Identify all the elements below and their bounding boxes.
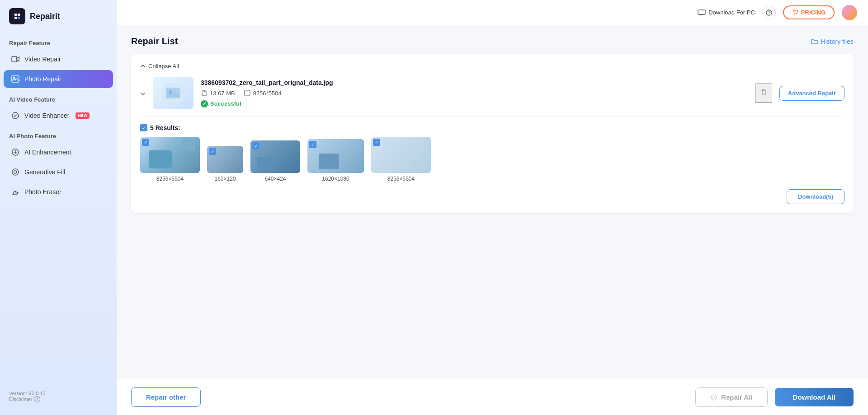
thumbnail-wrap-4[interactable]: ✓ (307, 139, 364, 173)
collapse-all-label: Collapse All (148, 63, 179, 70)
app-name: Repairit (30, 12, 60, 21)
video-repair-icon (11, 55, 20, 64)
sidebar-item-photo-repair[interactable]: Photo Repair (4, 70, 113, 88)
svg-rect-12 (698, 10, 705, 14)
thumb-checkbox-2[interactable]: ✓ (209, 148, 216, 155)
thumbnail-item-1: ✓ 8256×5504 (140, 137, 200, 182)
svg-rect-0 (13, 12, 21, 20)
file-info: 3386093702_zero_tail_part_orignal_data.j… (201, 79, 748, 107)
repair-card: Collapse All 3386093702_zero_tail_part (131, 54, 854, 213)
image-placeholder-icon (163, 83, 183, 103)
history-files-label: History files (821, 38, 854, 45)
file-dimensions: 8256*5504 (253, 90, 282, 97)
svg-point-16 (797, 14, 797, 15)
folder-icon (811, 38, 818, 45)
download-for-pc-link[interactable]: Download For PC (698, 9, 755, 16)
sidebar: Repairit Repair Feature Video Repair Pho… (0, 0, 117, 415)
svg-rect-20 (245, 90, 250, 96)
ai-photo-feature-label: AI Photo Feature (0, 126, 117, 142)
download-pc-label: Download For PC (708, 9, 755, 16)
trash-icon (760, 88, 768, 96)
history-files-link[interactable]: History files (811, 38, 854, 45)
thumb-label-3: 640×424 (264, 176, 286, 182)
sidebar-item-label-photo-eraser: Photo Eraser (24, 188, 61, 196)
pricing-button[interactable]: PRICING (783, 5, 835, 19)
version-label: Version: V3.0.12 (9, 391, 108, 396)
sidebar-item-ai-enhancement[interactable]: AI Enhancement (4, 143, 113, 161)
avatar[interactable] (842, 5, 857, 20)
thumbnail-wrap-1[interactable]: ✓ (140, 137, 200, 173)
thumb-label-5: 8256×5504 (387, 176, 415, 182)
file-thumbnail (153, 77, 193, 109)
svg-rect-3 (14, 17, 17, 19)
file-icon (201, 90, 207, 96)
sidebar-item-video-enhancer[interactable]: Video Enhancer NEW (4, 107, 113, 125)
status-badge: ✓ Successful (201, 100, 748, 107)
disclaimer-link[interactable]: Disclaimer i (9, 396, 108, 402)
sidebar-item-photo-eraser[interactable]: Photo Eraser (4, 183, 113, 201)
sidebar-item-label-photo-repair: Photo Repair (24, 75, 61, 83)
sidebar-item-generative-fill[interactable]: Generative Fill (4, 163, 113, 181)
sidebar-item-video-repair[interactable]: Video Repair (4, 50, 113, 68)
thumb-checkbox-3[interactable]: ✓ (252, 142, 259, 149)
thumb-label-1: 8256×5504 (156, 176, 184, 182)
sidebar-bottom: Version: V3.0.12 Disclaimer i (0, 385, 117, 408)
status-dot: ✓ (201, 100, 208, 107)
file-meta: 13.67 MB 8256*5504 (201, 90, 748, 97)
repair-all-label: Repair All (721, 393, 752, 401)
file-dimensions-item: 8256*5504 (244, 90, 282, 97)
thumb-checkbox-1[interactable]: ✓ (142, 139, 149, 146)
results-row: ✓ 5 Results: (140, 124, 844, 131)
thumb-checkbox-4[interactable]: ✓ (309, 141, 316, 148)
dimensions-icon (244, 90, 250, 96)
repair-list-header: Repair List History files (131, 36, 854, 47)
monitor-icon (698, 9, 706, 16)
photo-eraser-icon (11, 187, 20, 196)
bottom-bar: Repair other Repair All Download All (117, 379, 868, 415)
thumb-label-2: 160×120 (214, 176, 236, 182)
status-text: Successful (210, 100, 241, 107)
thumb-label-4: 1620×1080 (322, 176, 349, 182)
delete-button[interactable] (755, 84, 772, 103)
advanced-repair-button[interactable]: Advanced Repair (779, 86, 844, 101)
thumb-checkbox-5[interactable]: ✓ (373, 139, 380, 146)
svg-rect-1 (14, 14, 17, 16)
svg-point-15 (794, 14, 795, 15)
help-button[interactable] (762, 6, 776, 19)
sidebar-item-label-ai-enhancement: AI Enhancement (24, 149, 71, 156)
bottom-right-buttons: Repair All Download All (695, 387, 854, 407)
collapse-all-button[interactable]: Collapse All (140, 63, 844, 70)
app-logo[interactable]: Repairit (0, 0, 117, 33)
app-header: Download For PC PRICING (117, 0, 868, 25)
svg-rect-6 (12, 76, 19, 82)
svg-point-7 (13, 77, 15, 79)
file-name: 3386093702_zero_tail_part_orignal_data.j… (201, 79, 748, 86)
thumbnail-wrap-3[interactable]: ✓ (250, 140, 300, 173)
results-label: 5 Results: (150, 124, 180, 131)
ai-video-feature-label: AI Video Feature (0, 89, 117, 106)
svg-point-10 (12, 169, 19, 175)
sidebar-item-label-video-repair: Video Repair (24, 56, 61, 63)
select-all-checkbox[interactable]: ✓ (140, 124, 147, 131)
svg-rect-4 (18, 17, 20, 19)
thumbnail-item-3: ✓ 640×424 (250, 140, 300, 182)
thumbnail-item-4: ✓ 1620×1080 (307, 139, 364, 182)
download-count-row: Download(5) (140, 189, 844, 204)
download-all-button[interactable]: Download All (775, 388, 854, 406)
sidebar-item-label-video-enhancer: Video Enhancer (24, 112, 69, 119)
file-chevron-icon[interactable] (140, 89, 146, 97)
download-count-button[interactable]: Download(5) (787, 189, 844, 204)
pricing-label: PRICING (801, 9, 826, 16)
svg-rect-18 (166, 88, 180, 98)
disclaimer-text: Disclaimer (9, 396, 32, 402)
headset-icon (765, 9, 773, 16)
thumbnail-wrap-2[interactable]: ✓ (207, 146, 243, 173)
logo-icon (9, 8, 25, 24)
video-enhancer-icon (11, 111, 20, 120)
repair-other-button[interactable]: Repair other (131, 387, 201, 407)
ai-enhancement-icon (11, 148, 20, 157)
thumbnail-wrap-5[interactable]: ✓ (371, 137, 431, 173)
info-icon: i (34, 396, 40, 402)
svg-point-11 (14, 171, 17, 173)
repair-all-button[interactable]: Repair All (695, 387, 767, 407)
